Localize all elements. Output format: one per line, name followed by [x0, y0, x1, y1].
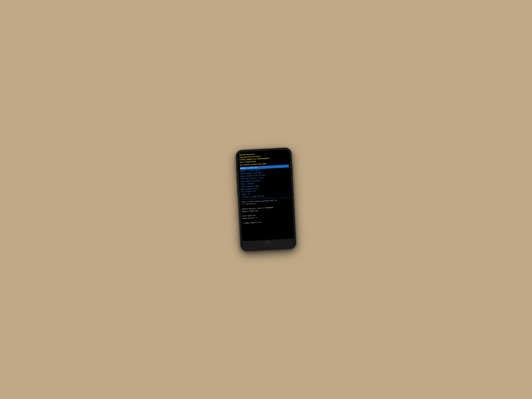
phone-wrapper: Android Recovery samsung/j4lteser/j4lte … [236, 148, 296, 252]
phone-screen-area: Android Recovery samsung/j4lteser/j4lte … [237, 149, 295, 250]
phone-device: Android Recovery samsung/j4lteser/j4lte … [236, 148, 296, 252]
android-recovery-screen: Android Recovery samsung/j4lteser/j4lte … [237, 149, 294, 241]
home-button[interactable] [265, 241, 271, 247]
recovery-log-section: #fail to open recovery_cause(No such fil… [241, 198, 291, 224]
volume-up-button [236, 167, 237, 172]
recovery-menu: Reboot system now Reboot to bootloader A… [240, 165, 290, 198]
